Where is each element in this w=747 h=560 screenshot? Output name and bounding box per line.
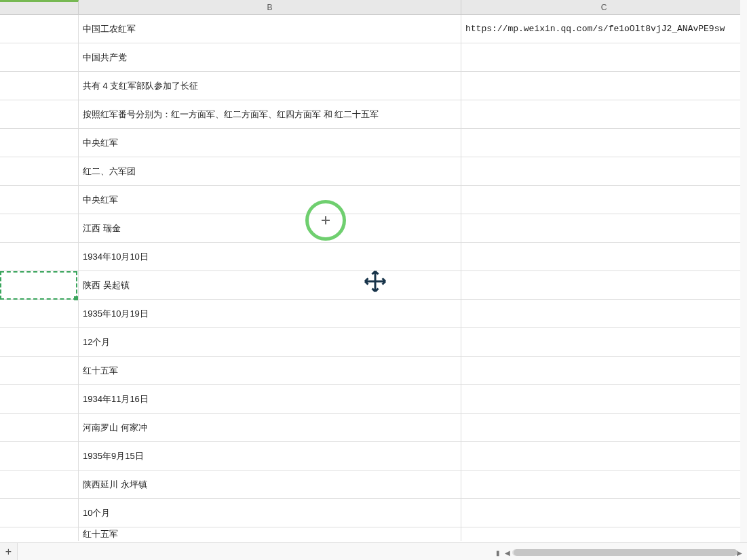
cell[interactable] [0, 100, 79, 128]
scroll-left-icon[interactable]: ◀ [503, 548, 512, 557]
cell[interactable] [0, 471, 79, 498]
cell[interactable] [0, 15, 79, 43]
table-row: 红十五军 [0, 357, 747, 385]
cell[interactable] [0, 129, 79, 157]
table-row: 陕西 吴起镇 [0, 271, 747, 300]
table-row: 1934年11月16日 [0, 385, 747, 414]
table-row: 红十五军 [0, 527, 747, 541]
cell[interactable] [461, 499, 747, 527]
cell[interactable]: 1934年10月10日 [79, 243, 461, 271]
cell[interactable] [461, 300, 747, 327]
cell[interactable]: 中央红军 [79, 129, 461, 157]
scroll-thumb[interactable] [514, 549, 738, 556]
cell[interactable]: 中央红军 [79, 186, 461, 214]
cell[interactable] [0, 499, 79, 527]
cell[interactable] [461, 214, 747, 242]
cell[interactable] [461, 527, 747, 541]
cell[interactable]: 陕西 吴起镇 [79, 271, 461, 299]
cell[interactable]: 10个月 [79, 499, 461, 527]
cell[interactable] [461, 157, 747, 185]
cell[interactable]: 河南罗山 何家冲 [79, 414, 461, 441]
cell[interactable]: 红十五军 [79, 527, 461, 541]
cell[interactable] [0, 357, 79, 384]
table-row: 中国工农红军https://mp.weixin.qq.com/s/fe1oOlt… [0, 15, 747, 43]
cell[interactable]: 按照红军番号分别为：红一方面军、红二方面军、红四方面军 和 红二十五军 [79, 100, 461, 128]
cell[interactable] [461, 72, 747, 100]
cell[interactable] [461, 271, 747, 299]
table-row: 陕西延川 永坪镇 [0, 471, 747, 499]
cell[interactable] [0, 157, 79, 185]
table-row: 10个月 [0, 499, 747, 527]
cell[interactable]: 共有 4 支红军部队参加了长征 [79, 72, 461, 100]
table-row: 1935年9月15日 [0, 442, 747, 471]
cell[interactable] [0, 414, 79, 441]
cell[interactable]: 红二、六军团 [79, 157, 461, 185]
cell[interactable]: 红十五军 [79, 357, 461, 384]
cell[interactable] [461, 471, 747, 498]
cell[interactable] [461, 442, 747, 470]
cell[interactable]: 1935年9月15日 [79, 442, 461, 470]
column-header-C[interactable]: C [461, 0, 747, 14]
cell[interactable] [0, 300, 79, 327]
table-row: 河南罗山 何家冲 [0, 414, 747, 442]
cell[interactable]: 陕西延川 永坪镇 [79, 471, 461, 498]
column-header-B[interactable]: B [79, 0, 461, 14]
cell[interactable]: 中国工农红军 [79, 15, 461, 43]
cell[interactable] [461, 414, 747, 441]
column-headers-row: B C [0, 0, 747, 15]
table-row: 12个月 [0, 328, 747, 357]
add-sheet-button[interactable]: + [0, 543, 18, 561]
cell[interactable]: 12个月 [79, 328, 461, 356]
cell[interactable] [0, 214, 79, 242]
cell[interactable] [0, 243, 79, 271]
cell[interactable] [461, 43, 747, 71]
table-row: 中国共产党 [0, 43, 747, 72]
cell[interactable] [461, 100, 747, 128]
table-row: 1934年10月10日 [0, 243, 747, 271]
cell[interactable] [461, 243, 747, 271]
horizontal-scrollbar[interactable]: ▮ ◀ ▶ [493, 548, 744, 557]
cell[interactable] [0, 186, 79, 214]
cell[interactable] [461, 385, 747, 413]
column-header-A[interactable] [0, 0, 79, 14]
sheet-tab-bar: + ▮ ◀ ▶ [0, 542, 747, 560]
scroll-boundary-icon[interactable]: ▮ [493, 548, 503, 557]
cell[interactable]: 中国共产党 [79, 43, 461, 71]
cell[interactable] [461, 186, 747, 214]
scroll-track[interactable] [512, 549, 735, 556]
cell[interactable] [461, 357, 747, 384]
table-row: 中央红军 [0, 129, 747, 157]
cell[interactable]: 1935年10月19日 [79, 300, 461, 327]
cell[interactable] [461, 328, 747, 356]
cell[interactable]: 1934年11月16日 [79, 385, 461, 413]
table-row: 江西 瑞金 [0, 214, 747, 243]
cell[interactable] [0, 271, 79, 299]
table-row: 1935年10月19日 [0, 300, 747, 328]
cell[interactable]: 江西 瑞金 [79, 214, 461, 242]
cell[interactable] [0, 328, 79, 356]
table-row: 共有 4 支红军部队参加了长征 [0, 72, 747, 100]
table-row: 按照红军番号分别为：红一方面军、红二方面军、红四方面军 和 红二十五军 [0, 100, 747, 129]
cell[interactable] [0, 442, 79, 470]
table-row: 中央红军 [0, 186, 747, 214]
cell[interactable] [461, 129, 747, 157]
cell[interactable] [0, 385, 79, 413]
spreadsheet-grid[interactable]: B C 中国工农红军https://mp.weixin.qq.com/s/fe1… [0, 0, 747, 542]
cell[interactable] [0, 527, 79, 541]
table-row: 红二、六军团 [0, 157, 747, 186]
cell[interactable]: https://mp.weixin.qq.com/s/fe1oOlt8vjJ2_… [461, 15, 747, 43]
vertical-scrollbar[interactable] [740, 0, 747, 542]
cell[interactable] [0, 43, 79, 71]
cell[interactable] [0, 72, 79, 100]
